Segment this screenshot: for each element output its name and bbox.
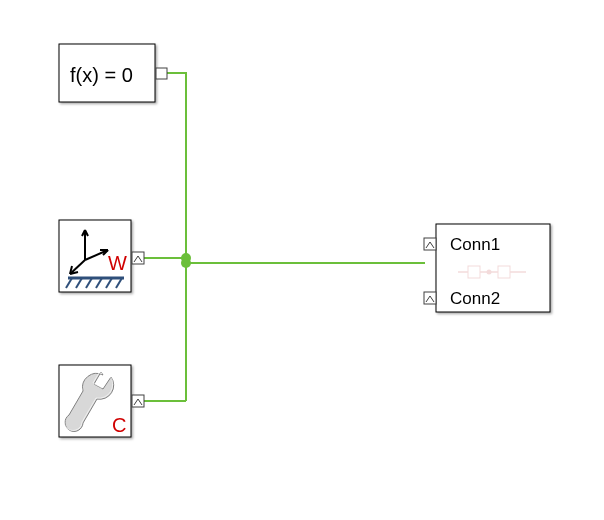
svg-point-21 — [487, 270, 492, 275]
svg-rect-12 — [132, 252, 144, 264]
conn-port1[interactable] — [424, 238, 436, 250]
solver-port[interactable] — [156, 68, 167, 79]
world-port-label: W — [108, 252, 127, 274]
svg-point-1 — [181, 258, 191, 268]
svg-rect-16 — [468, 266, 480, 278]
solver-configuration-block[interactable]: f(x) = 0 — [59, 44, 167, 102]
svg-rect-23 — [424, 292, 436, 304]
mechanism-port-label: C — [112, 414, 126, 436]
solver-label: f(x) = 0 — [70, 64, 133, 86]
svg-rect-22 — [424, 238, 436, 250]
conn-port2-label: Conn2 — [450, 289, 500, 308]
mechanism-configuration-block[interactable]: C — [59, 365, 144, 437]
mechanism-port[interactable] — [132, 395, 144, 407]
wires — [143, 73, 425, 401]
conn-port2[interactable] — [424, 292, 436, 304]
connection-subsystem-block[interactable]: Conn1 Conn2 — [424, 224, 550, 312]
svg-rect-3 — [156, 68, 167, 79]
svg-rect-14 — [132, 395, 144, 407]
conn-port1-label: Conn1 — [450, 235, 500, 254]
world-port[interactable] — [132, 252, 144, 264]
world-frame-block[interactable]: W — [59, 220, 144, 292]
svg-rect-17 — [498, 266, 510, 278]
